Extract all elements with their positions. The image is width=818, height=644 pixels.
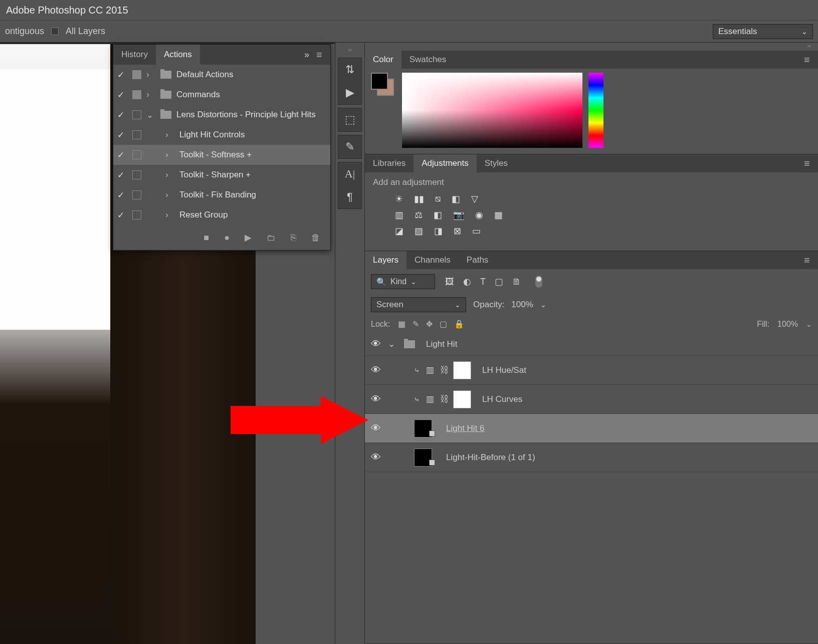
chevron-down-icon[interactable]: ⌄ [540,301,546,309]
all-layers-checkbox[interactable] [51,28,59,35]
trash-icon[interactable]: 🗑 [311,233,320,243]
action-check[interactable]: ✓ [117,110,127,120]
lock-pixels-icon[interactable]: ✎ [413,319,419,329]
chevron-down-icon[interactable]: ⌄ [806,320,812,328]
action-dialog-toggle[interactable] [132,210,141,220]
play-panel-icon[interactable]: ▶ [346,86,354,99]
layer-name[interactable]: Light Hit 6 [446,423,485,434]
action-row[interactable]: ✓›Light Hit Controls [113,125,330,145]
disclosure-icon[interactable]: › [165,150,174,160]
disclosure-icon[interactable]: › [165,170,174,180]
play-icon[interactable]: ▶ [245,232,252,243]
action-dialog-toggle[interactable] [132,190,141,199]
link-mask-icon[interactable]: ⛓ [440,394,447,404]
action-check[interactable]: ✓ [117,90,127,100]
hue-strip[interactable] [588,73,603,148]
action-row[interactable]: ✓›Toolkit - Sharpen + [113,165,330,185]
layers-panel-menu-icon[interactable] [804,255,813,266]
disclosure-icon[interactable]: › [165,210,174,220]
action-check[interactable]: ✓ [117,210,127,221]
layer-row[interactable]: 👁Light Hit 6 [365,414,818,443]
stop-icon[interactable]: ■ [203,233,209,243]
filter-pixel-icon[interactable]: 🖼 [445,277,454,287]
action-check[interactable]: ✓ [117,190,127,200]
layer-filter-kind[interactable]: 🔍 Kind ⌄ [371,274,435,289]
action-row[interactable]: ✓⌄Lens Distortions - Principle Light Hit… [113,105,330,125]
tab-actions[interactable]: Actions [156,45,200,65]
foreground-swatch[interactable] [371,73,388,90]
action-dialog-toggle[interactable] [132,170,141,179]
cube-icon[interactable]: ⬚ [345,113,355,126]
exposure-icon[interactable]: ◧ [452,193,460,204]
layer-row[interactable]: 👁⌄Light Hit [365,333,818,356]
paragraph-icon[interactable]: ¶ [347,190,353,203]
tab-layers[interactable]: Layers [365,251,406,269]
action-row[interactable]: ✓›Toolkit - Softness + [113,145,330,165]
gradient-map-icon[interactable]: ▭ [472,226,481,237]
action-check[interactable]: ✓ [117,170,127,180]
action-check[interactable]: ✓ [117,70,127,80]
disclosure-icon[interactable]: › [146,90,155,100]
glyphs-icon[interactable]: ✎ [345,140,354,153]
lock-artboard-icon[interactable]: ▢ [440,319,447,329]
filter-smart-icon[interactable]: 🗎 [512,277,521,287]
disclosure-icon[interactable]: ⌄ [146,110,155,120]
dock-collapse-right[interactable]: ›› [365,43,818,51]
action-dialog-toggle[interactable] [132,150,141,159]
fill-value[interactable]: 100% [777,320,798,329]
disclosure-icon[interactable]: › [165,190,174,200]
new-set-icon[interactable]: 🗀 [267,233,276,243]
tab-swatches[interactable]: Swatches [401,51,455,69]
visibility-icon[interactable]: 👁 [370,452,382,463]
selective-color-icon[interactable]: ⊠ [454,226,461,237]
action-row[interactable]: ✓›Reset Group [113,205,330,225]
action-check[interactable]: ✓ [117,150,127,160]
opacity-value[interactable]: 100% [511,300,533,310]
colorbalance-icon[interactable]: ⚖ [415,209,423,221]
link-mask-icon[interactable]: ⛓ [440,365,447,375]
threshold-icon[interactable]: ◨ [434,226,443,237]
action-dialog-toggle[interactable] [132,70,141,79]
layer-name[interactable]: Light-Hit-Before (1 of 1) [446,453,535,463]
tab-paths[interactable]: Paths [459,251,496,269]
colorlookup-icon[interactable]: ▦ [494,209,503,221]
visibility-icon[interactable]: 👁 [370,422,382,434]
action-dialog-toggle[interactable] [132,110,141,119]
vibrance-icon[interactable]: ▽ [471,193,478,204]
lock-position-icon[interactable]: ✥ [426,319,433,329]
record-icon[interactable]: ● [224,233,230,243]
adjustments-panel-menu-icon[interactable] [804,158,813,169]
tab-libraries[interactable]: Libraries [365,154,414,172]
huesat-icon[interactable]: ▥ [395,209,403,221]
filter-type-icon[interactable]: T [480,277,486,287]
posterize-icon[interactable]: ▨ [415,226,423,237]
ruler-icon[interactable]: ⇅ [345,63,354,76]
dock-collapse-left[interactable]: ‹‹ [335,47,364,55]
brightness-icon[interactable]: ☀ [395,193,403,204]
lock-all-icon[interactable]: 🔒 [454,319,464,329]
panel-menu-icon[interactable] [316,49,325,61]
disclosure-icon[interactable]: › [146,70,155,80]
tab-channels[interactable]: Channels [406,251,459,269]
action-row[interactable]: ✓›Default Actions [113,65,330,85]
lock-transparent-icon[interactable]: ▦ [398,319,405,329]
filter-adjustment-icon[interactable]: ◐ [463,276,471,287]
panel-collapse-icon[interactable]: » [304,50,309,60]
bw-icon[interactable]: ◧ [434,209,442,221]
disclosure-icon[interactable]: ⌄ [388,339,398,349]
tab-history[interactable]: History [113,45,156,65]
channelmixer-icon[interactable]: ◉ [475,209,483,221]
mask-thumb[interactable] [453,361,471,379]
action-row[interactable]: ✓›Commands [113,85,330,105]
color-spectrum[interactable] [402,73,582,148]
levels-icon[interactable]: ▮▮ [414,193,424,204]
tab-adjustments[interactable]: Adjustments [414,154,477,172]
tab-color[interactable]: Color [365,51,401,69]
blend-mode-select[interactable]: Screen ⌄ [371,297,466,312]
color-panel-menu-icon[interactable] [804,54,813,66]
layer-name[interactable]: LH Curves [482,394,522,404]
photofilter-icon[interactable]: 📷 [453,209,464,221]
visibility-icon[interactable]: 👁 [370,338,382,350]
new-action-icon[interactable]: ⎘ [291,233,296,243]
action-row[interactable]: ✓›Toolkit - Fix Banding [113,185,330,205]
